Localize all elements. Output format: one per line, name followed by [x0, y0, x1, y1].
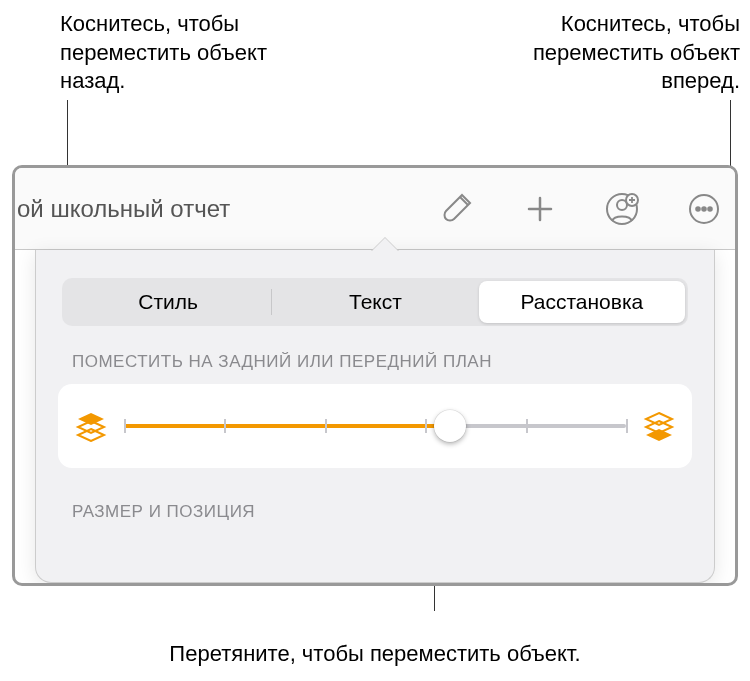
tab-text[interactable]: Текст — [272, 281, 478, 323]
slider-thumb[interactable] — [434, 410, 466, 442]
ellipsis-circle-icon — [687, 192, 721, 226]
svg-marker-16 — [646, 429, 672, 441]
layer-order-slider[interactable] — [124, 408, 626, 444]
add-button[interactable] — [515, 184, 565, 234]
format-popover: Стиль Текст Расстановка ПОМЕСТИТЬ НА ЗАД… — [35, 250, 715, 583]
document-title: ой школьный отчет — [15, 195, 401, 223]
svg-marker-13 — [78, 429, 104, 441]
callout-move-back: Коснитесь, чтобы переместить объект наза… — [60, 10, 320, 96]
segmented-control-wrap: Стиль Текст Расстановка — [36, 250, 714, 352]
stack-front-icon — [643, 410, 675, 442]
person-add-icon — [604, 191, 640, 227]
tab-style[interactable]: Стиль — [65, 281, 271, 323]
svg-marker-14 — [646, 413, 672, 425]
slider-tick — [626, 419, 628, 433]
plus-icon — [524, 193, 556, 225]
svg-point-9 — [702, 207, 706, 211]
stack-back-icon — [75, 410, 107, 442]
svg-marker-11 — [78, 413, 104, 425]
svg-point-8 — [696, 207, 700, 211]
layer-section-label: ПОМЕСТИТЬ НА ЗАДНИЙ ИЛИ ПЕРЕДНИЙ ПЛАН — [36, 352, 714, 384]
bring-forward-button[interactable] — [642, 409, 676, 443]
slider-tick — [124, 419, 126, 433]
slider-tick — [526, 419, 528, 433]
slider-track-fill — [124, 424, 450, 428]
tab-arrange[interactable]: Расстановка — [479, 281, 685, 323]
app-window: ой школьный отчет — [12, 165, 738, 586]
size-position-section-label: РАЗМЕР И ПОЗИЦИЯ — [36, 468, 714, 534]
send-backward-button[interactable] — [74, 409, 108, 443]
format-brush-button[interactable] — [433, 184, 483, 234]
more-button[interactable] — [679, 184, 729, 234]
svg-point-10 — [708, 207, 712, 211]
layer-order-card — [58, 384, 692, 468]
paintbrush-icon — [440, 191, 476, 227]
slider-tick — [325, 419, 327, 433]
callout-move-forward: Коснитесь, чтобы переместить объект впер… — [480, 10, 740, 96]
slider-tick — [224, 419, 226, 433]
collaborate-button[interactable] — [597, 184, 647, 234]
callout-drag-slider: Перетяните, чтобы переместить объект. — [0, 640, 750, 669]
slider-tick — [425, 419, 427, 433]
format-tabs: Стиль Текст Расстановка — [62, 278, 688, 326]
